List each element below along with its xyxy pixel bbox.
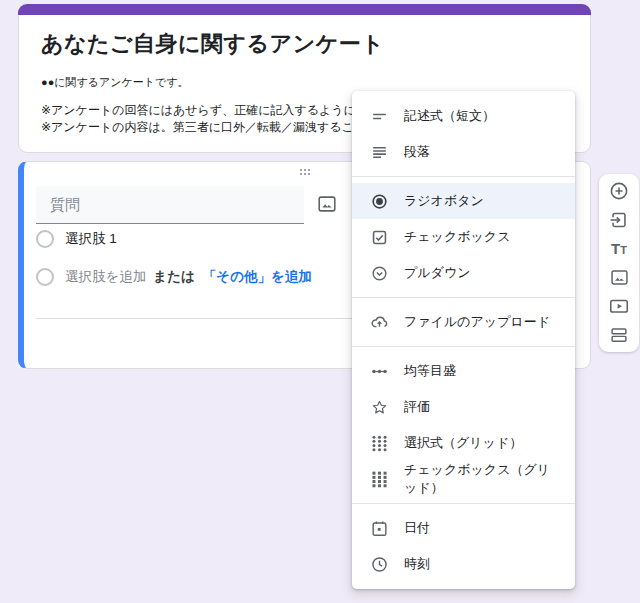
- menu-item-date[interactable]: 日付: [352, 510, 575, 546]
- time-icon: [370, 555, 389, 574]
- add-question-button[interactable]: [607, 179, 631, 203]
- form-note-2: ※アンケートの内容は。第三者に口外／転載／漏洩することのな: [41, 119, 391, 136]
- menu-item-file-upload[interactable]: ファイルのアップロード: [352, 304, 575, 340]
- radio-option-icon: [36, 230, 54, 248]
- menu-group-choice: ラジオボタン チェックボックス プルダウン: [352, 177, 575, 297]
- menu-item-linear-scale[interactable]: 均等目盛: [352, 353, 575, 389]
- menu-item-label: 均等目盛: [404, 362, 456, 380]
- menu-item-label: チェックボックス（グリッド）: [404, 461, 557, 497]
- checkbox-icon: [370, 228, 389, 247]
- form-note-1: ※アンケートの回答にはあせらず、正確に記入するようにしてく: [41, 102, 393, 119]
- question-title-input[interactable]: [36, 186, 304, 224]
- add-other-link[interactable]: 「その他」を追加: [203, 268, 312, 286]
- menu-item-label: 段落: [404, 143, 430, 161]
- menu-item-label: チェックボックス: [404, 228, 510, 246]
- option-row-add[interactable]: 選択肢を追加 または 「その他」を追加: [36, 268, 312, 286]
- menu-item-checkbox-grid[interactable]: チェックボックス（グリッド）: [352, 461, 575, 497]
- image-icon: [609, 267, 630, 288]
- menu-item-paragraph[interactable]: 段落: [352, 134, 575, 170]
- linear-scale-icon: [370, 362, 389, 381]
- image-icon[interactable]: [314, 192, 340, 218]
- menu-item-label: 日付: [404, 519, 430, 537]
- plus-circle-icon: [608, 180, 630, 202]
- short-text-icon: [370, 107, 389, 126]
- file-upload-icon: [370, 313, 389, 332]
- text-icon: TT: [611, 240, 627, 257]
- form-title[interactable]: あなたご自身に関するアンケート: [41, 29, 384, 59]
- import-questions-button[interactable]: [607, 208, 631, 232]
- option-1-label[interactable]: 選択肢 1: [65, 230, 117, 248]
- drag-handle-icon[interactable]: [300, 169, 314, 177]
- radio-option-icon: [36, 268, 54, 286]
- video-icon: [608, 295, 630, 317]
- menu-item-multiple-choice-grid[interactable]: 選択式（グリッド）: [352, 425, 575, 461]
- menu-item-dropdown[interactable]: プルダウン: [352, 255, 575, 291]
- menu-item-time[interactable]: 時刻: [352, 546, 575, 582]
- menu-group-text: 記述式（短文） 段落: [352, 92, 575, 176]
- form-description[interactable]: ●●に関するアンケートです。: [41, 75, 189, 90]
- option-row-1[interactable]: 選択肢 1: [36, 230, 117, 248]
- menu-item-label: 時刻: [404, 555, 430, 573]
- floating-toolbar: TT: [599, 174, 639, 352]
- checkbox-grid-icon: [370, 470, 389, 489]
- theme-color-bar: [18, 4, 591, 15]
- add-option-link[interactable]: 選択肢を追加: [65, 268, 146, 286]
- paragraph-icon: [370, 143, 389, 162]
- or-label: または: [153, 268, 194, 286]
- date-icon: [370, 519, 389, 538]
- menu-item-label: 記述式（短文）: [404, 107, 495, 125]
- menu-item-label: プルダウン: [404, 264, 471, 282]
- menu-item-label: ラジオボタン: [404, 192, 484, 210]
- import-icon: [608, 209, 630, 231]
- dropdown-icon: [370, 264, 389, 283]
- menu-item-checkbox[interactable]: チェックボックス: [352, 219, 575, 255]
- menu-group-upload: ファイルのアップロード: [352, 298, 575, 346]
- menu-group-datetime: 日付 時刻: [352, 504, 575, 588]
- add-title-description-button[interactable]: TT: [607, 237, 631, 261]
- menu-item-radio-button[interactable]: ラジオボタン: [352, 183, 575, 219]
- menu-item-label: 選択式（グリッド）: [404, 434, 522, 452]
- menu-item-rating[interactable]: 評価: [352, 389, 575, 425]
- add-image-button[interactable]: [607, 265, 631, 289]
- section-icon: [608, 324, 630, 346]
- star-rating-icon: [370, 398, 389, 417]
- radio-button-icon: [370, 192, 389, 211]
- menu-item-label: 評価: [404, 398, 430, 416]
- question-type-menu: 記述式（短文） 段落 ラジオボタン チェックボックス: [352, 91, 575, 589]
- add-section-button[interactable]: [607, 323, 631, 347]
- add-video-button[interactable]: [607, 294, 631, 318]
- menu-item-short-answer[interactable]: 記述式（短文）: [352, 98, 575, 134]
- multiple-choice-grid-icon: [370, 434, 389, 453]
- menu-group-scale-grid: 均等目盛 評価 選択式（グリッド）: [352, 347, 575, 503]
- menu-item-label: ファイルのアップロード: [404, 313, 550, 331]
